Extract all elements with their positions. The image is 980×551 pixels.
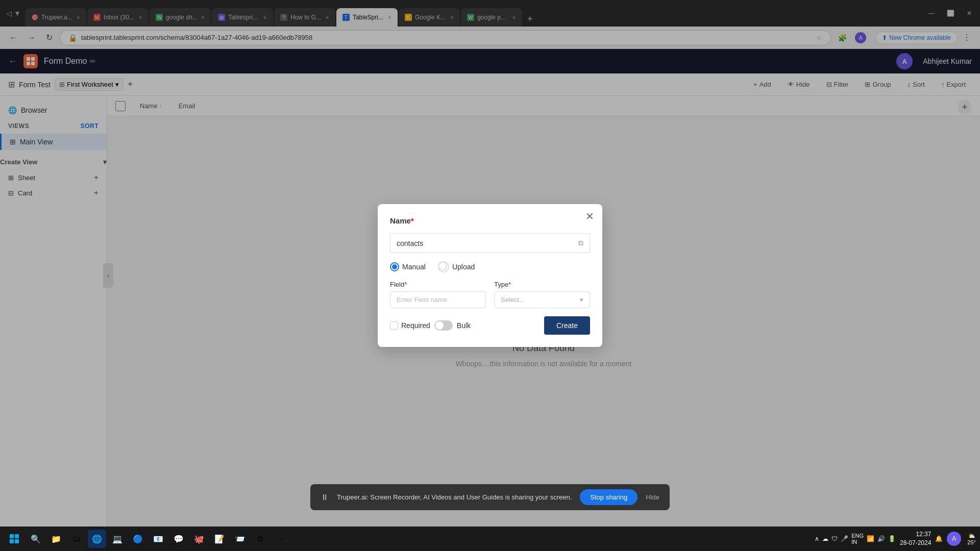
svg-rect-12 xyxy=(10,539,14,543)
type-group: Type* Select... ▾ xyxy=(494,281,590,308)
taskbar-edge[interactable]: 🌐 xyxy=(88,530,106,548)
taskbar-explorer[interactable]: 🗂 xyxy=(67,530,86,548)
weather-widget[interactable]: ⛅ 25° xyxy=(967,533,976,545)
weather-temp: 25° xyxy=(967,539,976,545)
field-required-star: * xyxy=(404,281,407,288)
taskbar-mail[interactable]: 📧 xyxy=(149,530,167,548)
modal-close-button[interactable]: ✕ xyxy=(585,210,594,222)
taskbar-github[interactable]: 🐙 xyxy=(190,530,208,548)
taskbar-chrome[interactable]: 🔵 xyxy=(129,530,147,548)
tray-cloud[interactable]: ☁ xyxy=(822,535,828,542)
pause-icon[interactable]: ⏸ xyxy=(321,493,329,502)
clock-date: 28-07-2024 xyxy=(900,539,931,547)
manual-radio[interactable] xyxy=(390,262,399,271)
type-label-text: Type* xyxy=(494,281,590,288)
field-label-span: Field xyxy=(390,281,404,288)
taskbar-dell[interactable]: 💻 xyxy=(108,530,127,548)
tray-icons: ∧ ☁ 🛡 🎤 ENGIN 📶 🔊 🔋 xyxy=(815,533,896,545)
tray-security[interactable]: 🛡 xyxy=(831,535,838,542)
name-input-wrapper: ⧉ xyxy=(390,233,590,253)
taskbar-search[interactable]: 🔍 xyxy=(27,530,45,548)
taskbar: 🔍 📁 🗂 🌐 💻 🔵 📧 💬 🐙 📝 📨 ⚙ ⋯ ∧ ☁ 🛡 🎤 ENGIN … xyxy=(0,527,980,551)
required-checkbox[interactable] xyxy=(390,321,398,330)
type-label-span: Type xyxy=(494,281,508,288)
required-checkbox-label[interactable]: Required xyxy=(390,321,430,330)
modal-footer-left: Required Bulk xyxy=(390,320,471,331)
notification-bell[interactable]: 🔔 xyxy=(935,535,943,542)
modal-overlay: ✕ Name* ⧉ Manual Upload xyxy=(0,0,980,551)
bulk-toggle-wrapper: Bulk xyxy=(434,320,471,331)
upload-radio-label[interactable]: Upload xyxy=(438,261,475,272)
modal-footer: Required Bulk Create xyxy=(390,316,590,335)
modal-title: Name* xyxy=(390,216,590,225)
tray-up-arrow[interactable]: ∧ xyxy=(815,535,819,542)
field-name-group: Field* xyxy=(390,281,486,308)
upload-radio-wrapper xyxy=(438,261,449,272)
svg-rect-11 xyxy=(15,534,19,538)
weather-icon: ⛅ xyxy=(968,533,975,539)
field-name-input[interactable] xyxy=(390,291,486,308)
create-field-modal: ✕ Name* ⧉ Manual Upload xyxy=(378,204,602,347)
taskbar-profile[interactable]: A xyxy=(947,532,961,546)
required-checkbox-text: Required xyxy=(401,321,430,330)
svg-rect-10 xyxy=(10,534,14,538)
tray-battery[interactable]: 🔋 xyxy=(888,535,896,542)
tray-wifi[interactable]: 📶 xyxy=(867,535,874,542)
screen-share-bar: ⏸ Trupeer.ai: Screen Recorder, AI Videos… xyxy=(310,484,670,510)
share-message: Trupeer.ai: Screen Recorder, AI Videos a… xyxy=(337,493,572,501)
type-required-star: * xyxy=(508,281,511,288)
manual-label: Manual xyxy=(402,263,426,271)
bulk-label: Bulk xyxy=(457,321,471,330)
manual-radio-label[interactable]: Manual xyxy=(390,262,426,271)
type-placeholder: Select... xyxy=(501,296,525,304)
start-button[interactable] xyxy=(4,529,24,549)
system-tray: ∧ ☁ 🛡 🎤 ENGIN 📶 🔊 🔋 12:37 28-07-2024 🔔 A xyxy=(811,530,965,547)
taskbar-notes[interactable]: 📝 xyxy=(210,530,229,548)
name-input[interactable] xyxy=(397,239,578,247)
hide-share-bar-button[interactable]: Hide xyxy=(646,493,659,501)
copy-icon[interactable]: ⧉ xyxy=(578,239,583,247)
input-type-radio-group: Manual Upload xyxy=(390,261,590,272)
upload-radio-ring xyxy=(438,261,449,272)
field-label-text: Field* xyxy=(390,281,486,288)
taskbar-outlook[interactable]: 📨 xyxy=(231,530,249,548)
field-type-row: Field* Type* Select... ▾ xyxy=(390,281,590,308)
tray-speaker[interactable]: 🔊 xyxy=(877,535,885,542)
upload-label: Upload xyxy=(452,263,475,271)
tray-mic[interactable]: 🎤 xyxy=(841,535,848,542)
toggle-knob xyxy=(435,321,444,330)
taskbar-settings[interactable]: ⚙ xyxy=(251,530,270,548)
taskbar-teams[interactable]: 💬 xyxy=(169,530,188,548)
system-clock[interactable]: 12:37 28-07-2024 xyxy=(900,530,931,547)
taskbar-files[interactable]: 📁 xyxy=(47,530,65,548)
svg-rect-13 xyxy=(15,539,19,543)
stop-sharing-button[interactable]: Stop sharing xyxy=(580,489,638,505)
bulk-toggle[interactable] xyxy=(434,320,453,331)
modal-title-text: Name xyxy=(390,216,411,225)
tray-lang: ENGIN xyxy=(851,533,864,545)
create-button[interactable]: Create xyxy=(544,316,590,335)
type-select[interactable]: Select... ▾ xyxy=(494,291,590,308)
type-dropdown-icon: ▾ xyxy=(580,296,583,304)
required-star: * xyxy=(411,216,414,225)
clock-time: 12:37 xyxy=(900,530,931,539)
taskbar-more[interactable]: ⋯ xyxy=(272,530,290,548)
